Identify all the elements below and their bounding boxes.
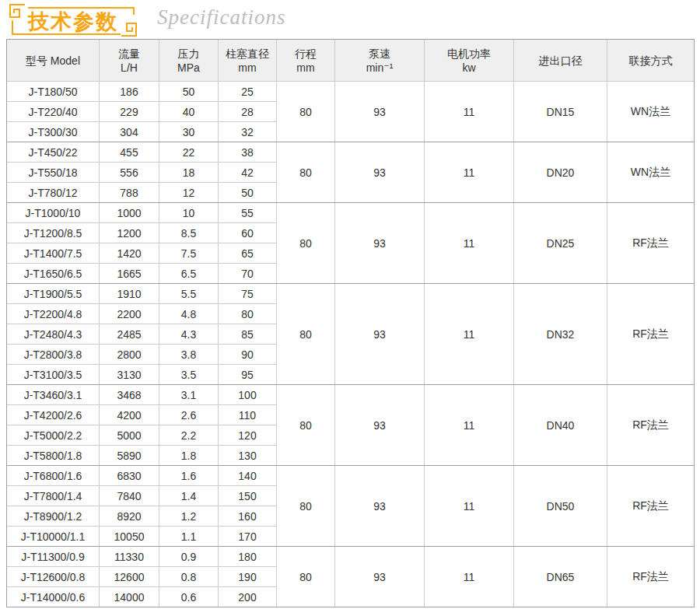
title-frame: 技术参数 (6, 2, 140, 38)
cell-plunger: 140 (219, 466, 277, 486)
cell-model: J-T7800/1.4 (7, 486, 100, 506)
cell-connection: RF法兰 (607, 466, 695, 547)
cell-pressure: 0.6 (159, 587, 219, 607)
cell-flow: 1200 (100, 223, 159, 243)
cell-pressure: 8.5 (159, 223, 219, 243)
cell-pressure: 10 (159, 203, 219, 223)
column-label: 进出口径 (514, 54, 607, 68)
cell-plunger: 38 (219, 142, 277, 163)
cell-connection: RF法兰 (607, 203, 695, 284)
cell-pressure: 12 (159, 183, 219, 203)
cell-flow: 304 (100, 122, 159, 142)
cell-flow: 4200 (100, 405, 159, 425)
page-title: 技术参数 (6, 8, 140, 36)
cell-plunger: 120 (219, 425, 277, 446)
cell-flow: 1910 (100, 284, 159, 304)
cell-speed: 93 (335, 466, 425, 547)
cell-power: 11 (425, 142, 514, 203)
cell-model: J-T4200/2.6 (7, 405, 100, 425)
cell-power: 11 (425, 547, 514, 607)
column-header-model: 型号 Model (7, 40, 100, 82)
column-label: 联接方式 (607, 54, 694, 68)
cell-pressure: 1.8 (159, 446, 219, 466)
cell-model: J-T450/22 (7, 142, 100, 163)
cell-stroke: 80 (277, 547, 335, 607)
cell-pressure: 3.5 (159, 365, 219, 385)
column-label: 电机功率 (425, 47, 513, 61)
cell-plunger: 180 (219, 547, 277, 567)
cell-connection: WN法兰 (607, 142, 695, 203)
cell-flow: 1420 (100, 243, 159, 264)
cell-model: J-T780/12 (7, 183, 100, 203)
cell-model: J-T5800/1.8 (7, 446, 100, 466)
cell-model: J-T2200/4.8 (7, 304, 100, 324)
cell-pressure: 1.1 (159, 527, 219, 547)
cell-plunger: 50 (219, 183, 277, 203)
table-row: J-T1000/1010001055809311DN25RF法兰 (7, 203, 695, 223)
cell-model: J-T180/50 (7, 82, 100, 102)
cell-model: J-T2800/3.8 (7, 345, 100, 365)
cell-power: 11 (425, 82, 514, 142)
cell-model: J-T220/40 (7, 102, 100, 122)
cell-connection: RF法兰 (607, 284, 695, 385)
cell-pressure: 2.2 (159, 425, 219, 446)
cell-port: DN50 (514, 466, 607, 547)
cell-flow: 2800 (100, 345, 159, 365)
cell-flow: 14000 (100, 587, 159, 607)
cell-flow: 6830 (100, 466, 159, 486)
cell-model: J-T1400/7.5 (7, 243, 100, 264)
cell-pressure: 0.9 (159, 547, 219, 567)
cell-stroke: 80 (277, 203, 335, 284)
table-row: J-T180/501865025809311DN15WN法兰 (7, 82, 695, 102)
column-unit: MPa (159, 61, 218, 75)
cell-pressure: 1.2 (159, 506, 219, 527)
cell-connection: RF法兰 (607, 385, 695, 466)
cell-pressure: 50 (159, 82, 219, 102)
cell-plunger: 25 (219, 82, 277, 102)
cell-plunger: 42 (219, 163, 277, 183)
column-unit: mm (277, 61, 334, 75)
cell-speed: 93 (335, 385, 425, 466)
column-label: 行程 (277, 47, 334, 61)
cell-pressure: 3.1 (159, 385, 219, 405)
cell-speed: 93 (335, 203, 425, 284)
cell-plunger: 150 (219, 486, 277, 506)
cell-stroke: 80 (277, 82, 335, 142)
cell-connection: WN法兰 (607, 82, 695, 142)
title-bar: 技术参数 Specifications (6, 2, 700, 38)
cell-stroke: 80 (277, 284, 335, 385)
spec-table: 型号 Model流量L/H压力MPa柱塞直径mm行程mm泵速min⁻¹电机功率k… (6, 39, 695, 607)
cell-model: J-T1650/6.5 (7, 264, 100, 284)
cell-plunger: 160 (219, 506, 277, 527)
cell-flow: 3468 (100, 385, 159, 405)
column-label: 泵速 (335, 47, 424, 61)
cell-flow: 12600 (100, 567, 159, 587)
cell-model: J-T14000/0.6 (7, 587, 100, 607)
cell-pressure: 0.8 (159, 567, 219, 587)
cell-flow: 10050 (100, 527, 159, 547)
cell-pressure: 22 (159, 142, 219, 163)
cell-flow: 1665 (100, 264, 159, 284)
cell-pressure: 1.6 (159, 466, 219, 486)
cell-plunger: 170 (219, 527, 277, 547)
cell-model: J-T10000/1.1 (7, 527, 100, 547)
column-label: 型号 Model (7, 54, 99, 68)
cell-model: J-T300/30 (7, 122, 100, 142)
cell-connection: RF法兰 (607, 547, 695, 607)
cell-port: DN25 (514, 203, 607, 284)
cell-plunger: 90 (219, 345, 277, 365)
table-row: J-T450/224552238809311DN20WN法兰 (7, 142, 695, 163)
cell-speed: 93 (335, 284, 425, 385)
cell-flow: 7840 (100, 486, 159, 506)
cell-flow: 2200 (100, 304, 159, 324)
cell-power: 11 (425, 466, 514, 547)
cell-speed: 93 (335, 547, 425, 607)
column-header-plunger: 柱塞直径mm (219, 40, 277, 82)
cell-pressure: 30 (159, 122, 219, 142)
cell-pressure: 7.5 (159, 243, 219, 264)
column-header-power: 电机功率kw (425, 40, 514, 82)
cell-flow: 1000 (100, 203, 159, 223)
cell-pressure: 2.6 (159, 405, 219, 425)
column-label: 压力 (159, 47, 218, 61)
cell-port: DN40 (514, 385, 607, 466)
